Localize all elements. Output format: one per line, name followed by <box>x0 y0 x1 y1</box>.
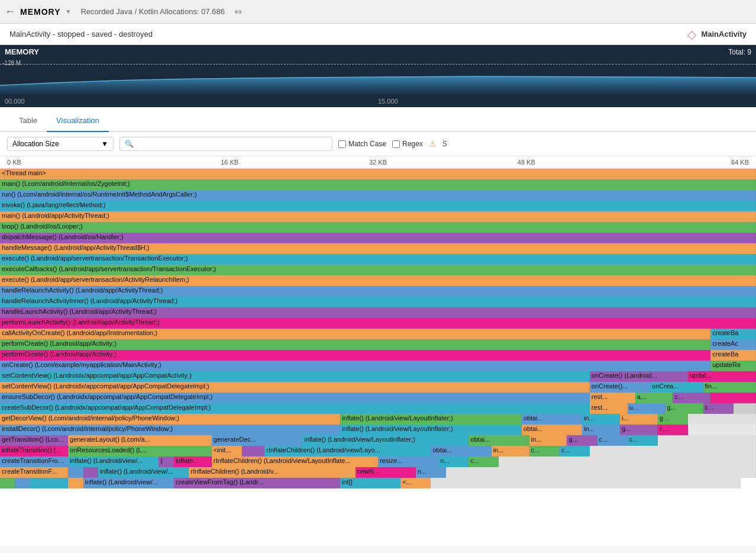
flame-cell-in1[interactable]: in... <box>582 414 620 425</box>
flame-cell-inflate2[interactable]: inflate() (Landroid/view/LayoutInflater;… <box>340 425 522 435</box>
flame-cell-sm2[interactable] <box>15 478 31 488</box>
flame-cell-handle-relaunch[interactable]: handleRelaunchActivity() (Landroid/app/A… <box>0 286 756 297</box>
flame-cell-obtai4[interactable]: obtai... <box>431 446 491 456</box>
flame-cell-c6[interactable]: c... <box>529 446 560 456</box>
flame-cell-purple-box[interactable] <box>242 446 264 456</box>
flame-cell-getdecorview[interactable]: getDecorView() (Lcom/android/internal/po… <box>0 414 340 425</box>
flame-cell-main-actthread[interactable]: main() (Landroid/app/ActivityThread;) <box>0 211 756 222</box>
flame-cell-install-decor[interactable]: installDecor() (Lcom/android/internal/po… <box>0 425 340 435</box>
flame-cell-generatedec[interactable]: generateDec... <box>212 435 302 446</box>
flame-cell-int-arr[interactable]: int[] <box>340 478 400 488</box>
flame-cell-ensure-subdecor[interactable]: ensureSubDecor() (Landroidx/appcompat/ap… <box>0 393 590 403</box>
flame-cell-createviewfromtag1[interactable]: createViewFromTag() (Landr... <box>174 478 340 488</box>
flame-cell-c3[interactable]: c... <box>658 425 688 435</box>
flame-cell-run-runtime[interactable]: run() (Lcom/android/internal/os/RuntimeI… <box>0 190 756 201</box>
flame-cell-setcontent1[interactable]: setContentView() (Landroidx/appcompat/ap… <box>0 371 590 382</box>
flame-cell-small1[interactable] <box>68 467 83 478</box>
flame-cell-a1[interactable]: a... <box>635 393 673 403</box>
flame-cell-rinflate3[interactable]: rInflateChildren() (Landroid/v... <box>189 467 355 478</box>
flame-cell-inflate3[interactable]: inflate() (Landroid/view/LayoutInflater;… <box>302 435 469 446</box>
flame-cell-small2[interactable] <box>83 467 99 478</box>
flame-cell-updater1[interactable]: updateRe <box>710 361 756 371</box>
flame-cell-i1[interactable]: i... <box>620 414 658 425</box>
match-case-checkbox[interactable] <box>338 140 346 148</box>
flame-cell-ensure-relaunch[interactable]: handleRelaunchActivityInner() (Landroid/… <box>0 297 756 307</box>
flame-cell-in2[interactable]: in... <box>582 425 620 435</box>
flame-cell-createac1[interactable]: createAc <box>710 339 756 350</box>
flame-cell-perform-create1[interactable]: performCreate() (Landroid/app/Activity;) <box>0 339 710 350</box>
flame-cell-fin2[interactable]: fin... <box>703 382 756 393</box>
flame-cell-c8[interactable]: c... <box>469 456 499 467</box>
dropdown-arrow[interactable]: ▼ <box>65 8 71 15</box>
flame-cell-handle-launch[interactable]: handleLaunchActivity() (Landroid/app/Act… <box>0 307 756 318</box>
flame-cell-rinflatechildren1[interactable]: rInflateChildren() (Landroid/view/Layo..… <box>264 446 431 456</box>
flame-cell-g2[interactable]: g... <box>658 414 688 425</box>
flame-cell-handle-msg[interactable]: handleMessage() (Landroid/app/ActivityTh… <box>0 243 756 254</box>
flame-cell-g1[interactable]: g... <box>665 403 703 414</box>
flame-cell-inflate-view2[interactable]: inflate... <box>174 456 212 467</box>
flame-cell-c1[interactable]: c... <box>673 393 710 403</box>
flame-cell-obtai1[interactable]: obtai... <box>522 414 582 425</box>
flame-cell-create-subdecor[interactable]: createSubDecor() (Landroidx/appcompat/ap… <box>0 403 590 414</box>
flame-cell-perform-launch[interactable]: performLaunchActivity() (Landroid/app/Ac… <box>0 318 756 329</box>
flame-cell-sm3[interactable] <box>30 478 68 488</box>
flame-cell-newN[interactable]: newN... <box>356 467 416 478</box>
flame-cell-updat1[interactable]: updat... <box>688 371 756 382</box>
flame-cell-inflate-view3[interactable]: inflate() (Landroid/view/... <box>98 467 189 478</box>
flame-cell-createtransitionfromxml[interactable]: createTransitionFromXml(... <box>0 456 68 467</box>
flame-cell-oncreate-land1[interactable]: onCreate() (Landroid... <box>590 371 688 382</box>
flame-cell-main-zygote[interactable]: main() (Lcom/android/internal/os/ZygoteI… <box>0 179 756 190</box>
flame-cell-execute-txn[interactable]: execute() (Landroid/app/servertransactio… <box>0 254 756 265</box>
flame-cell-g3[interactable]: g... <box>620 425 658 435</box>
allocation-size-dropdown[interactable]: Allocation Size ▼ <box>7 137 114 151</box>
flame-cell-obtai3[interactable]: obtai... <box>469 435 529 446</box>
flame-cell-in3[interactable]: in... <box>529 435 567 446</box>
flame-cell-execute-cbs[interactable]: executeCallbacks() (Landroid/app/servert… <box>0 265 756 275</box>
flame-cell-oncreate-main[interactable]: onCreate() (Lcom/example/myapplication/M… <box>0 361 710 371</box>
flame-cell-invoke-method[interactable]: invoke() (Ljava/lang/reflect/Method;) <box>0 201 756 211</box>
search-input[interactable] <box>136 140 327 148</box>
flame-cell-rest1[interactable]: rest... <box>590 393 635 403</box>
flame-cell-inflate1[interactable]: inflate() (Landroid/view/LayoutInflater;… <box>340 414 522 425</box>
flame-cell-inflate-view4[interactable]: inflate() (Landroid/view/... <box>83 478 174 488</box>
flame-cell-createtransitionf[interactable]: createTransitionF... <box>0 467 68 478</box>
flame-cell-dispatch-msg[interactable]: dispatchMessage() (Landroid/os/Handler;) <box>0 233 756 243</box>
fit-icon[interactable]: ⇔ <box>234 6 242 17</box>
flame-cell-init[interactable]: <init... <box>212 446 242 456</box>
flame-cell-c2[interactable]: c... <box>703 403 734 414</box>
flame-cell-n2[interactable]: n... <box>416 467 446 478</box>
flame-cell-g4[interactable]: g... <box>567 435 597 446</box>
flame-cell-in4[interactable]: in... <box>492 446 529 456</box>
flame-cell-resize[interactable]: resize... <box>378 456 438 467</box>
flame-cell-c7[interactable]: c... <box>560 446 590 456</box>
flame-cell-loop-looper[interactable]: loop() (Landroid/os/Looper;) <box>0 222 756 233</box>
flame-cell-gettransition[interactable]: getTransition() (Lcom/andr... <box>0 435 68 446</box>
flame-cell-sm1[interactable] <box>0 478 15 488</box>
flame-cell-c5[interactable]: c... <box>628 435 658 446</box>
flame-cell-call-oncreate[interactable]: callActivityOnCreate() (Landroid/app/Ins… <box>0 329 710 339</box>
flame-cell-createba2[interactable]: createBa <box>710 350 756 361</box>
flame-cell-onresourcesloaded[interactable]: onResourcesLoaded() (L... <box>68 446 212 456</box>
flame-cell-c4[interactable]: c... <box>597 435 628 446</box>
flame-cell-oncreate2[interactable]: onCreate()... <box>590 382 650 393</box>
flame-cell-inflate-view1[interactable]: inflate() (Landroid/view/... <box>68 456 159 467</box>
flame-cell-generatelayout[interactable]: generateLayout() (Lcom/a... <box>68 435 212 446</box>
flame-cell-execute-relaunch[interactable]: execute() (Landroid/app/servertransactio… <box>0 275 756 286</box>
flame-cell-rest2[interactable]: rest... <box>590 403 628 414</box>
flame-cell-sm4[interactable] <box>68 478 83 488</box>
flame-cell-perform-create2[interactable]: performCreate() (Landroid/app/Activity;) <box>0 350 710 361</box>
flame-cell-inflatetransition[interactable]: inflateTransition() (Landroid... <box>0 446 68 456</box>
flame-cell-obtai2[interactable]: obtai... <box>522 425 582 435</box>
flame-cell-n1[interactable]: n... <box>438 456 469 467</box>
visualization-area[interactable]: <Thread main> main() (Lcom/android/inter… <box>0 169 756 546</box>
back-button[interactable]: ← <box>5 5 15 18</box>
flame-cell-rinflatechildren2[interactable]: rInflateChildren() (Landroid/view/Layout… <box>212 456 378 467</box>
flame-cell-oncrea2[interactable]: onCrea... <box>650 382 703 393</box>
regex-checkbox[interactable] <box>392 140 400 148</box>
flame-cell-u1[interactable]: u... <box>628 403 665 414</box>
tab-table[interactable]: Table <box>9 110 47 132</box>
flame-cell-setcontent2[interactable]: setContentView() (Landroidx/appcompat/ap… <box>0 382 590 393</box>
flame-cell-createba1[interactable]: createBa <box>710 329 756 339</box>
flame-cell-thread-main[interactable]: <Thread main> <box>0 169 756 179</box>
tab-visualization[interactable]: Visualization <box>47 110 109 132</box>
